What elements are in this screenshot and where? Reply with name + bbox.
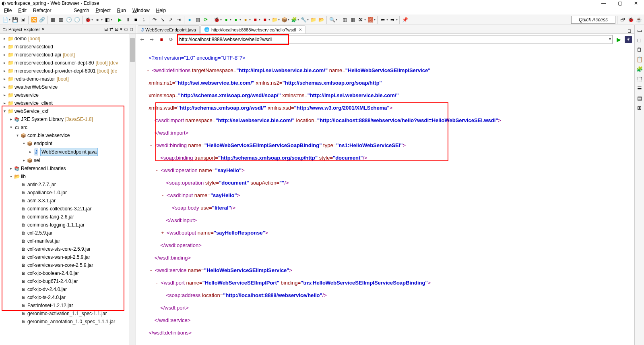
search-icon[interactable]: 🔍 <box>328 16 336 23</box>
expand-arrow-icon[interactable]: ▸ <box>2 51 7 58</box>
debug-d[interactable]: 🐞 <box>213 16 220 23</box>
gutter-icon-2[interactable]: ◻ <box>636 36 643 44</box>
tree-item[interactable]: ▾webService_cxf <box>2 107 136 115</box>
tb-15[interactable]: ▦ <box>349 16 356 23</box>
step-icon[interactable]: ⤵ <box>140 16 147 23</box>
tab-java-file[interactable]: J WebServiceEndpoint.java <box>138 25 200 33</box>
editor-max-icon[interactable]: ◻ <box>627 28 631 33</box>
tree-item[interactable]: ▾lib <box>2 172 136 181</box>
expand-arrow-icon[interactable]: ▸ <box>8 116 14 123</box>
back-nav-icon[interactable]: ⬅ <box>379 16 386 23</box>
tree-item[interactable]: cxf-xjc-boolean-2.4.0.jar <box>2 269 136 277</box>
tree-item[interactable]: antlr-2.7.7.jar <box>2 181 136 189</box>
run-icon-b[interactable]: ● <box>94 16 101 23</box>
tree-item[interactable]: commons-logging-1.1.1.jar <box>2 221 136 229</box>
tree-item[interactable]: ▾src <box>2 123 136 131</box>
tb-12[interactable]: 📁 <box>310 16 317 23</box>
switch-button[interactable]: 🔀 <box>30 16 37 23</box>
save-button[interactable]: 💾 <box>11 16 19 23</box>
tree-item[interactable]: geronimo-activation_1.1_spec-1.1.jar <box>2 310 136 318</box>
gutter-icon-9[interactable]: ⊞ <box>636 104 643 111</box>
minimize-view-icon[interactable]: ▭ <box>124 27 128 32</box>
tree-item[interactable]: cxf-xjc-ts-2.4.0.jar <box>2 293 136 301</box>
tb-11[interactable]: 🔧 <box>300 16 307 23</box>
menu-edit[interactable]: Edit <box>15 7 30 14</box>
tree-item[interactable]: ▸microservicecloud-consumer-dept-80[boot… <box>2 59 136 67</box>
gutter-icon-5[interactable]: 🧩 <box>636 65 643 73</box>
tb-6[interactable]: ▤ <box>194 16 201 23</box>
expand-arrow-icon[interactable]: ▾ <box>8 124 14 131</box>
expand-arrow-icon[interactable]: ▸ <box>2 35 7 42</box>
expand-arrow-icon[interactable]: ▾ <box>8 173 14 180</box>
stop-icon[interactable]: ■ <box>132 16 139 23</box>
save-all-button[interactable]: 🖫 <box>19 16 27 23</box>
perspective-1[interactable]: 🗗 <box>619 16 626 23</box>
fwd-nav-icon[interactable]: ➡ <box>389 16 396 23</box>
tree-item[interactable]: cxf-services-wsn-api-2.5.9.jar <box>2 253 136 261</box>
link-editor-icon[interactable]: ⇄ <box>109 27 113 32</box>
url-input[interactable] <box>177 35 613 44</box>
step-into-icon[interactable]: ↘ <box>159 16 166 23</box>
focus-icon[interactable]: ⊡ <box>115 27 118 32</box>
tb-icon-3[interactable]: 🕒 <box>65 16 72 23</box>
gutter-icon-6[interactable]: ⬚ <box>636 75 643 82</box>
stop-d[interactable]: ■ <box>252 16 259 23</box>
tasks-icon[interactable]: 📋 <box>636 56 643 63</box>
tree-item[interactable]: geronimo_annotation_1.0_spec_1.1.1.jar <box>2 318 136 326</box>
refresh-button[interactable]: ⟳ <box>167 36 175 43</box>
tree-item[interactable]: ▸microservicecloud-provider-dept-8001[bo… <box>2 67 136 75</box>
tree-item[interactable]: cxf-xjc-dv-2.4.0.jar <box>2 285 136 293</box>
expand-arrow-icon[interactable]: ▸ <box>27 148 33 156</box>
go-button[interactable]: ▶ <box>615 36 622 43</box>
favorite-button[interactable]: ✶ <box>625 36 632 43</box>
tree-item[interactable]: ▾com.bie.webservice <box>2 131 136 139</box>
menu-refactor[interactable]: Refactor <box>30 7 54 14</box>
tb-icon-2[interactable]: ▥ <box>57 16 64 23</box>
menu-search[interactable]: Search <box>70 7 92 14</box>
tree-item[interactable]: asm-3.3.1.jar <box>2 197 136 205</box>
expand-arrow-icon[interactable]: ▸ <box>2 91 7 99</box>
tb-7[interactable]: ⟳ <box>202 16 209 23</box>
tree-item[interactable]: ▸microservicecloud <box>2 43 136 51</box>
tree-item[interactable]: ▸Referenced Libraries <box>2 164 136 172</box>
gutter-icon-8[interactable]: ▤ <box>636 94 643 102</box>
step-return-icon[interactable]: ⇥ <box>175 16 182 23</box>
tree-item[interactable]: cxf-services-sts-core-2.5.9.jar <box>2 245 136 253</box>
tree-item[interactable]: ▸redis-demo-master[boot] <box>2 75 136 83</box>
tree-item[interactable]: ▸JRE System Library[JavaSE-1.8] <box>2 115 136 123</box>
tree-item[interactable]: FastInfoset-1.2.12.jar <box>2 301 136 310</box>
gutter-icon-1[interactable]: ▭ <box>636 27 643 34</box>
project-tree[interactable]: ▸demo[boot]▸microservicecloud▸microservi… <box>0 34 136 345</box>
tb-9[interactable]: 📦 <box>281 16 288 23</box>
back-button[interactable]: ⬅ <box>138 36 146 43</box>
tb-17[interactable]: 🧱 <box>367 16 374 23</box>
expand-arrow-icon[interactable]: ▸ <box>2 83 7 91</box>
tb-5[interactable]: ● <box>186 16 193 23</box>
debug-icon[interactable]: 🐞 <box>84 16 91 23</box>
expand-arrow-icon[interactable]: ▸ <box>2 43 7 50</box>
menu-help[interactable]: Help <box>153 7 169 14</box>
run-f[interactable]: ● <box>242 16 249 23</box>
pause-icon[interactable]: ⏸ <box>124 16 131 23</box>
menu-project[interactable]: Project <box>92 7 114 14</box>
run-e[interactable]: ● <box>232 16 239 23</box>
link-button[interactable]: 🔗 <box>38 16 45 23</box>
close-view-icon[interactable]: ✕ <box>41 27 45 31</box>
tb-10[interactable]: 🧩 <box>290 16 297 23</box>
pin-icon[interactable]: 📌 <box>401 16 409 23</box>
step-over-icon[interactable]: ↷ <box>151 16 158 23</box>
tree-scrollbar[interactable] <box>129 34 136 345</box>
tb-16[interactable]: 🛠 <box>357 16 364 23</box>
tree-item[interactable]: cxf-2.5.9.jar <box>2 229 136 237</box>
tree-item[interactable]: commons-collections-3.2.1.jar <box>2 205 136 213</box>
perspective-2[interactable]: 🐞 <box>627 16 634 23</box>
stop-button[interactable]: ■ <box>158 36 165 43</box>
tree-item[interactable]: ▸WebServiceEndpoint.java <box>2 148 136 156</box>
tree-item[interactable]: ▸weatherWebService <box>2 83 136 91</box>
expand-arrow-icon[interactable]: ▾ <box>21 140 27 147</box>
tree-item[interactable]: aopalliance-1.0.jar <box>2 189 136 197</box>
url-dropdown-icon[interactable]: ▾ <box>609 37 611 41</box>
maximize-view-icon[interactable]: ◻ <box>130 27 133 32</box>
outline-icon[interactable]: 🗒 <box>636 46 643 53</box>
expand-arrow-icon[interactable]: ▾ <box>2 108 7 115</box>
